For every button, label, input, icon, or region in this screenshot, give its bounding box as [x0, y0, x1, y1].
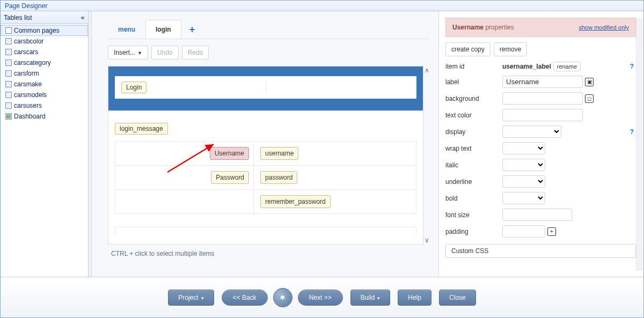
prop-label: underline	[445, 178, 499, 186]
prop-label: wrap text	[445, 145, 499, 152]
prop-label: padding	[445, 228, 499, 235]
table-icon	[5, 60, 12, 66]
help-button[interactable]: Help	[398, 290, 431, 306]
properties-panel: Username properties show modified only c…	[438, 11, 643, 277]
tree-item-label: carsform	[14, 70, 39, 77]
prop-label: text color	[445, 112, 499, 119]
scroll-up-icon[interactable]: ∧	[425, 66, 429, 74]
folder-icon	[5, 27, 12, 34]
wrap-text-select[interactable]	[502, 142, 545, 154]
dashboard-icon	[5, 113, 12, 120]
scroll-down-icon[interactable]: ∨	[425, 236, 429, 244]
canvas: ∧ ∨ Login login_message Username usernam…	[108, 66, 423, 245]
tree-item-carsform[interactable]: carsform	[1, 68, 88, 79]
tab-menu[interactable]: menu	[108, 20, 145, 39]
padding-input[interactable]	[502, 225, 545, 238]
tree-item-label: carsmake	[14, 80, 42, 88]
help-icon[interactable]: ?	[630, 63, 636, 70]
login-message-chip[interactable]: login_message	[115, 123, 168, 135]
editor-toolbar: Insert...▼ Undo Redo	[108, 39, 430, 66]
prop-label: item id	[445, 63, 499, 70]
project-button[interactable]: Project▾	[168, 290, 214, 306]
tree-item-carsbcolor[interactable]: carsbcolor	[1, 36, 88, 47]
run-icon: ✶	[279, 292, 287, 304]
display-select[interactable]	[502, 125, 561, 138]
label-input[interactable]	[502, 76, 583, 88]
form-header: Login	[108, 66, 423, 110]
tables-panel: Tables list « Common pagescarsbcolorcars…	[1, 11, 89, 277]
remove-button[interactable]: remove	[494, 42, 527, 56]
table-icon	[5, 70, 12, 77]
close-button[interactable]: Close	[439, 290, 476, 306]
prop-label: font size	[445, 211, 499, 219]
prop-label: display	[445, 128, 499, 136]
italic-select[interactable]	[502, 159, 545, 171]
table-icon	[5, 92, 12, 98]
tree-item-carsusers[interactable]: carsusers	[1, 100, 88, 111]
text-color-input[interactable]	[502, 109, 583, 121]
password-field-chip[interactable]: password	[260, 171, 297, 184]
add-padding-icon[interactable]: +	[547, 227, 556, 236]
tree-item-label: carsmodels	[14, 91, 47, 99]
background-picker-icon[interactable]: ◻	[585, 94, 594, 103]
collapse-left-icon[interactable]: «	[80, 13, 85, 21]
window-title: Page Designer	[1, 1, 643, 11]
table-icon	[5, 49, 12, 55]
tree-item-dashboard[interactable]: Dashboard	[1, 111, 88, 122]
redo-button[interactable]: Redo	[182, 46, 209, 60]
tree-item-label: carscars	[14, 48, 38, 56]
properties-header: Username properties show modified only	[445, 18, 636, 37]
table-row: Password password	[115, 166, 416, 190]
multi-select-hint: CTRL + click to select multiple items	[108, 245, 430, 257]
tree-item-label: Dashboard	[14, 113, 46, 120]
font-size-input[interactable]	[502, 209, 572, 221]
designer-area: menu login + Insert...▼ Undo Redo ∧ ∨ Lo…	[92, 11, 438, 277]
show-modified-link[interactable]: show modified only	[579, 24, 629, 31]
reset-label-icon[interactable]: ▣	[585, 78, 594, 86]
create-copy-button[interactable]: create copy	[445, 42, 491, 56]
login-chip[interactable]: Login	[121, 82, 147, 93]
undo-button[interactable]: Undo	[151, 46, 179, 60]
table-icon	[5, 81, 12, 87]
properties-scrollbar[interactable]	[636, 19, 642, 270]
bold-select[interactable]	[502, 192, 545, 204]
fields-table: Username username Password password reme…	[115, 141, 416, 214]
table-row: remember_password	[115, 190, 416, 214]
prop-label: italic	[445, 161, 499, 169]
tree-item-carsmodels[interactable]: carsmodels	[1, 90, 88, 100]
build-button[interactable]: Build▾	[350, 290, 391, 306]
tree-item-label: carsbcolor	[14, 38, 43, 45]
add-tab-button[interactable]: +	[181, 20, 203, 39]
background-input[interactable]	[502, 92, 583, 105]
table-icon	[5, 102, 12, 109]
rename-button[interactable]: rename	[553, 62, 581, 71]
run-button[interactable]: ✶	[273, 288, 292, 307]
tree-item-carscars[interactable]: carscars	[1, 47, 88, 57]
canvas-scrollbar[interactable]: ∧ ∨	[423, 66, 430, 244]
username-field-chip[interactable]: username	[260, 147, 298, 160]
prop-label: bold	[445, 195, 499, 202]
back-button[interactable]: << Back	[222, 290, 268, 306]
item-id-value: username_label	[502, 63, 551, 70]
table-icon	[5, 38, 12, 45]
next-button[interactable]: Next >>	[298, 290, 343, 306]
username-label-chip[interactable]: Username	[210, 147, 249, 160]
page-tabs: menu login +	[108, 19, 430, 39]
footer-bar: Project▾ << Back ✶ Next >> Build▾ Help C…	[1, 277, 643, 317]
underline-select[interactable]	[502, 175, 545, 188]
tree-item-common-pages[interactable]: Common pages	[1, 25, 88, 36]
custom-css-button[interactable]: Custom CSS	[445, 244, 636, 258]
prop-label: background	[445, 95, 499, 102]
tables-header: Tables list	[4, 14, 32, 21]
help-icon[interactable]: ?	[630, 128, 636, 136]
prop-label: label	[445, 78, 499, 86]
tree-item-label: Common pages	[14, 27, 60, 34]
insert-button[interactable]: Insert...▼	[108, 46, 148, 60]
tab-login[interactable]: login	[145, 20, 181, 39]
tree-item-carscategory[interactable]: carscategory	[1, 57, 88, 68]
tree-item-label: carsusers	[14, 102, 42, 109]
table-row: Username username	[115, 142, 416, 166]
remember-password-chip[interactable]: remember_password	[260, 195, 331, 208]
tree-item-carsmake[interactable]: carsmake	[1, 79, 88, 90]
password-label-chip[interactable]: Password	[211, 171, 249, 184]
